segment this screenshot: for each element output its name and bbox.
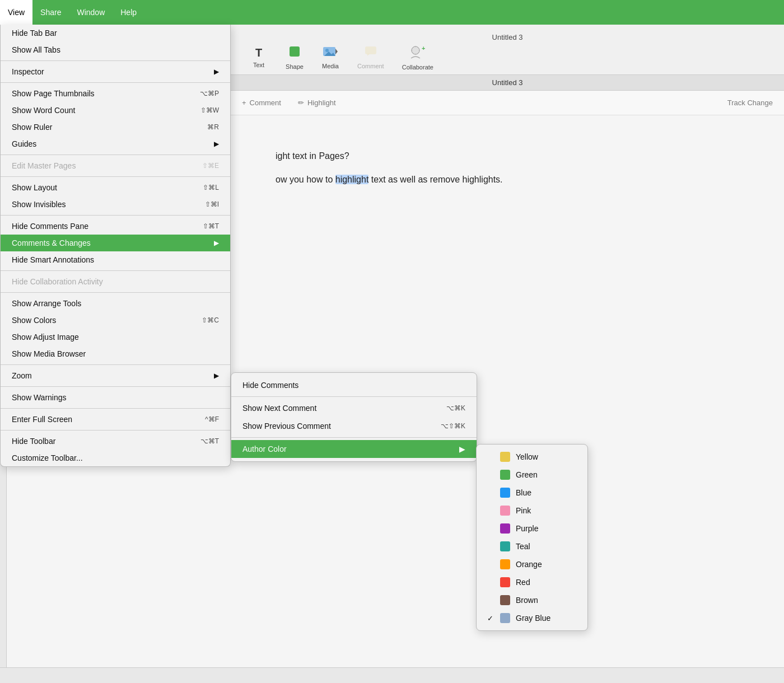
color-green[interactable]: Green	[477, 466, 587, 484]
color-red-swatch	[500, 577, 510, 587]
vmd-adjust-image[interactable]: Show Adjust Image	[1, 329, 230, 345]
shape-button-label: Shape	[286, 63, 304, 70]
color-blue-swatch	[500, 488, 510, 498]
vmd-sep-9	[1, 386, 230, 387]
sm-prev-comment-shortcut: ⌥⇧⌘K	[441, 422, 465, 430]
color-pink[interactable]: Pink	[477, 502, 587, 520]
vmd-layout-label: Show Layout	[12, 183, 192, 192]
color-gray-blue-label: Gray Blue	[516, 614, 550, 623]
color-green-swatch	[500, 470, 510, 480]
doc-line-2: ow you how to highlight text as well as …	[276, 172, 739, 187]
color-purple-swatch	[500, 523, 510, 534]
menu-bar: View Share Window Help	[0, 0, 784, 25]
vmd-ruler-shortcut: ⌘R	[207, 123, 219, 131]
vmd-zoom[interactable]: Zoom ▶	[1, 367, 230, 384]
vmd-page-thumbnails-shortcut: ⌥⌘P	[200, 90, 219, 97]
menu-share-label: Share	[40, 8, 61, 17]
vmd-warnings[interactable]: Show Warnings	[1, 389, 230, 406]
color-orange-swatch	[500, 559, 510, 569]
vmd-invisibles[interactable]: Show Invisibles ⇧⌘I	[1, 196, 230, 213]
vmd-comments-changes-label: Comments & Changes	[12, 238, 211, 247]
vmd-sep-1	[1, 60, 230, 61]
vmd-arrange-tools-label: Show Arrange Tools	[12, 299, 219, 308]
svg-rect-5	[365, 46, 376, 54]
vmd-page-thumbnails[interactable]: Show Page Thumbnails ⌥⌘P	[1, 85, 230, 102]
text-button-label: Text	[253, 62, 264, 68]
sm-sep-1	[231, 396, 477, 397]
color-brown-swatch	[500, 595, 510, 605]
sm-next-comment[interactable]: Show Next Comment ⌥⌘K	[231, 399, 477, 417]
shape-button[interactable]: Shape	[278, 41, 311, 74]
sm-next-comment-shortcut: ⌥⌘K	[446, 404, 465, 412]
menu-view-label: View	[8, 8, 25, 17]
vmd-guides-label: Guides	[12, 139, 211, 148]
sm-author-color[interactable]: Author Color ▶	[231, 440, 477, 458]
color-orange[interactable]: Orange	[477, 555, 587, 573]
vmd-smart-annotations[interactable]: Hide Smart Annotations	[1, 251, 230, 268]
comment-button-label: Comment	[357, 63, 384, 69]
color-teal-label: Teal	[516, 542, 530, 551]
vmd-comments-changes[interactable]: Comments & Changes ▶	[1, 235, 230, 251]
vmd-invisibles-label: Show Invisibles	[12, 200, 194, 209]
vmd-hide-toolbar-shortcut: ⌥⌘T	[200, 437, 219, 445]
comment-action-icon: +	[242, 99, 246, 107]
color-red[interactable]: Red	[477, 573, 587, 591]
comment-action-button[interactable]: + Comment	[242, 99, 281, 107]
vmd-sep-5	[1, 215, 230, 216]
menu-share[interactable]: Share	[32, 0, 69, 25]
vmd-inspector[interactable]: Inspector ▶	[1, 63, 230, 80]
vmd-show-all-tabs[interactable]: Show All Tabs	[1, 41, 230, 58]
menu-window[interactable]: Window	[69, 0, 113, 25]
vmd-comments-pane[interactable]: Hide Comments Pane ⇧⌘T	[1, 218, 230, 235]
vmd-colors[interactable]: Show Colors ⇧⌘C	[1, 312, 230, 329]
color-gray-blue[interactable]: ✓ Gray Blue	[477, 609, 587, 627]
color-brown[interactable]: Brown	[477, 591, 587, 609]
vmd-layout[interactable]: Show Layout ⇧⌘L	[1, 179, 230, 196]
view-menu-dropdown: Hide Tab Bar Show All Tabs Inspector ▶ S…	[0, 25, 231, 467]
color-orange-label: Orange	[516, 560, 542, 569]
vmd-ruler[interactable]: Show Ruler ⌘R	[1, 119, 230, 135]
vmd-hide-toolbar[interactable]: Hide Toolbar ⌥⌘T	[1, 433, 230, 450]
comment-icon	[365, 46, 377, 60]
vmd-fullscreen-shortcut: ^⌘F	[205, 415, 219, 423]
sm-prev-comment[interactable]: Show Previous Comment ⌥⇧⌘K	[231, 417, 477, 435]
doc-line-1: ight text in Pages?	[276, 149, 739, 163]
color-pink-label: Pink	[516, 506, 531, 515]
vmd-fullscreen[interactable]: Enter Full Screen ^⌘F	[1, 411, 230, 428]
vmd-sep-11	[1, 430, 230, 431]
comment-button[interactable]: Comment	[349, 41, 392, 74]
sm-hide-comments-label: Hide Comments	[242, 381, 298, 390]
color-teal[interactable]: Teal	[477, 537, 587, 555]
vmd-guides[interactable]: Guides ▶	[1, 135, 230, 152]
menu-help[interactable]: Help	[113, 0, 144, 25]
doc-line-1-text: ight text in Pages?	[276, 151, 349, 161]
vmd-fullscreen-label: Enter Full Screen	[12, 415, 194, 424]
action-bar: + Comment ✏ Highlight Track Change	[231, 91, 784, 115]
color-red-label: Red	[516, 578, 530, 587]
vmd-customize-toolbar[interactable]: Customize Toolbar...	[1, 450, 230, 466]
vmd-media-browser[interactable]: Show Media Browser	[1, 345, 230, 362]
media-button[interactable]: Media	[314, 41, 347, 74]
svg-text:+: +	[422, 45, 425, 52]
highlight-action-button[interactable]: ✏ Highlight	[298, 99, 336, 107]
vmd-comments-pane-shortcut: ⇧⌘T	[203, 222, 219, 230]
vmd-arrange-tools[interactable]: Show Arrange Tools	[1, 295, 230, 312]
color-blue[interactable]: Blue	[477, 484, 587, 502]
doc-title-text: Untitled 3	[492, 78, 523, 87]
track-change-button[interactable]: Track Change	[727, 99, 773, 107]
color-teal-swatch	[500, 541, 510, 551]
vmd-zoom-label: Zoom	[12, 371, 211, 380]
collaborate-button[interactable]: + Collaborate	[394, 40, 441, 75]
highlight-word: highlight	[335, 175, 369, 184]
sm-author-color-arrow: ▶	[459, 445, 465, 453]
vmd-hide-tab-bar[interactable]: Hide Tab Bar	[1, 25, 230, 41]
color-yellow[interactable]: Yellow	[477, 448, 587, 466]
text-button[interactable]: T Text	[242, 42, 276, 73]
menu-window-label: Window	[77, 8, 105, 17]
color-purple[interactable]: Purple	[477, 520, 587, 537]
track-change-label: Track Change	[727, 99, 773, 107]
vmd-word-count[interactable]: Show Word Count ⇧⌘W	[1, 102, 230, 119]
menu-view[interactable]: View	[0, 0, 32, 25]
sm-hide-comments[interactable]: Hide Comments	[231, 376, 477, 394]
highlight-action-icon: ✏	[298, 99, 304, 107]
